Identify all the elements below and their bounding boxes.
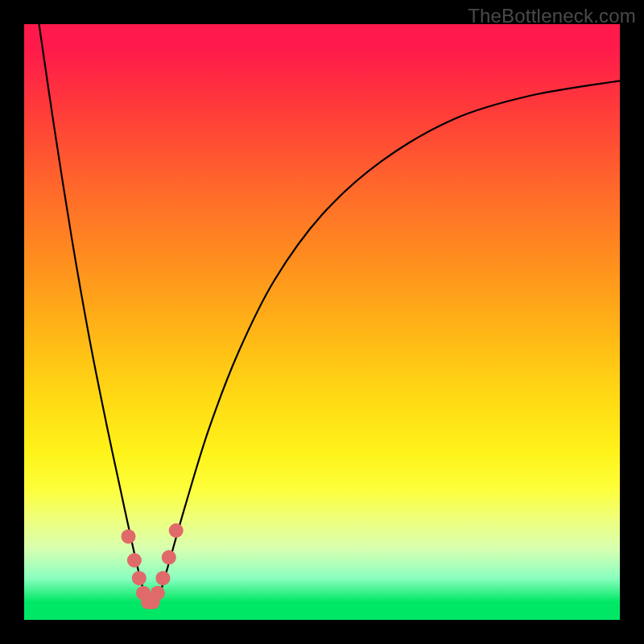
highlight-dot bbox=[127, 553, 142, 568]
highlight-dot bbox=[155, 571, 170, 585]
plot-area bbox=[24, 24, 620, 620]
highlight-dot bbox=[122, 529, 136, 543]
highlight-dot bbox=[162, 550, 176, 564]
watermark-text: TheBottleneck.com bbox=[468, 5, 636, 27]
outer-frame: TheBottleneck.com bbox=[0, 0, 644, 644]
highlight-dots bbox=[122, 523, 184, 609]
highlight-dot bbox=[151, 586, 165, 601]
highlight-dot bbox=[169, 523, 184, 538]
highlight-dot bbox=[132, 571, 147, 585]
curve-svg bbox=[24, 24, 620, 620]
bottleneck-curve bbox=[39, 24, 621, 608]
